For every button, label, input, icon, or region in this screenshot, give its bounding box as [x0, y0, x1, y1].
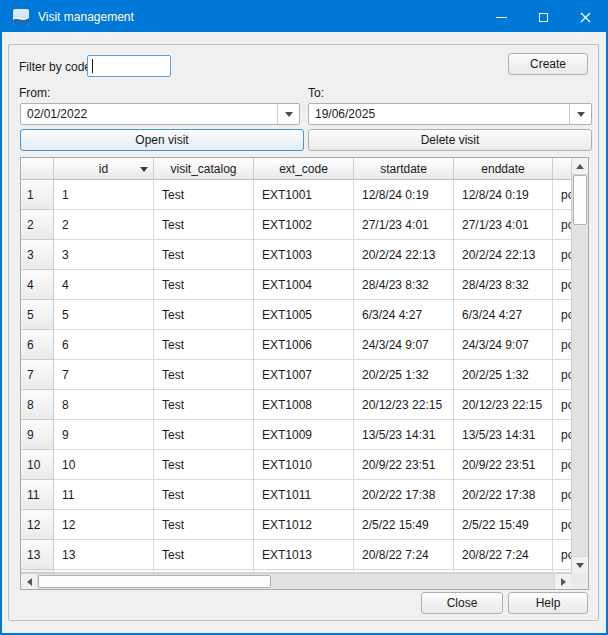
horizontal-scrollbar[interactable]: [21, 573, 571, 589]
table-cell[interactable]: pos: [553, 300, 571, 330]
table-cell[interactable]: 12: [54, 510, 154, 540]
table-cell[interactable]: 20/2/24 22:13: [354, 240, 454, 270]
table-cell[interactable]: EXT1006: [254, 330, 354, 360]
minimize-button[interactable]: [480, 2, 522, 32]
table-cell[interactable]: 13: [54, 540, 154, 570]
table-cell[interactable]: pos: [553, 390, 571, 420]
to-date-dropdown-button[interactable]: [569, 104, 591, 124]
table-cell[interactable]: 1: [54, 180, 154, 210]
table-row[interactable]: 99TestEXT100913/5/23 14:3113/5/23 14:31p…: [21, 420, 571, 450]
table-cell[interactable]: pos: [553, 510, 571, 540]
vertical-scrollbar-thumb[interactable]: [573, 175, 587, 225]
table-cell[interactable]: EXT1001: [254, 180, 354, 210]
delete-visit-button[interactable]: Delete visit: [308, 129, 592, 151]
scroll-down-button[interactable]: [572, 556, 588, 573]
table-cell[interactable]: 24/3/24 9:07: [454, 330, 553, 360]
table-cell[interactable]: 20/9/22 23:51: [454, 450, 553, 480]
table-cell[interactable]: 28/4/23 8:32: [454, 270, 553, 300]
table-cell[interactable]: 6/3/24 4:27: [454, 300, 553, 330]
table-row[interactable]: 22TestEXT100227/1/23 4:0127/1/23 4:01pos: [21, 210, 571, 240]
table-cell[interactable]: pos: [553, 180, 571, 210]
table-cell[interactable]: 20/2/25 1:32: [354, 360, 454, 390]
table-cell[interactable]: pos: [553, 240, 571, 270]
from-date-dropdown-button[interactable]: [277, 104, 299, 124]
table-row[interactable]: 1313TestEXT101320/8/22 7:2420/8/22 7:24p…: [21, 540, 571, 570]
table-cell[interactable]: 27/1/23 4:01: [454, 210, 553, 240]
table-cell[interactable]: 3: [54, 240, 154, 270]
table-cell[interactable]: pos: [553, 210, 571, 240]
table-cell[interactable]: 11: [54, 480, 154, 510]
table-cell[interactable]: 20/8/22 7:24: [354, 540, 454, 570]
row-header-cell[interactable]: 1: [21, 180, 54, 210]
to-date-combobox[interactable]: 19/06/2025: [308, 103, 592, 125]
table-cell[interactable]: Test: [154, 450, 254, 480]
table-cell[interactable]: EXT1013: [254, 540, 354, 570]
horizontal-scrollbar-thumb[interactable]: [38, 575, 271, 588]
table-row[interactable]: 1010TestEXT101020/9/22 23:5120/9/22 23:5…: [21, 450, 571, 480]
table-cell[interactable]: Test: [154, 420, 254, 450]
table-cell[interactable]: 6/3/24 4:27: [354, 300, 454, 330]
close-window-button[interactable]: [564, 2, 606, 32]
table-cell[interactable]: 2: [54, 210, 154, 240]
maximize-button[interactable]: [522, 2, 564, 32]
column-header-startdate[interactable]: startdate: [354, 158, 454, 180]
table-cell[interactable]: 20/2/24 22:13: [454, 240, 553, 270]
help-button[interactable]: Help: [508, 592, 588, 614]
table-row[interactable]: 11TestEXT100112/8/24 0:1912/8/24 0:19pos: [21, 180, 571, 210]
table-cell[interactable]: Test: [154, 540, 254, 570]
table-cell[interactable]: 8: [54, 390, 154, 420]
table-cell[interactable]: 9: [54, 420, 154, 450]
table-cell[interactable]: 2/5/22 15:49: [454, 510, 553, 540]
table-cell[interactable]: 20/12/23 22:15: [354, 390, 454, 420]
column-header-corner[interactable]: [21, 158, 54, 180]
table-cell[interactable]: 7: [54, 360, 154, 390]
table-cell[interactable]: EXT1011: [254, 480, 354, 510]
titlebar[interactable]: Visit management: [2, 2, 606, 32]
table-cell[interactable]: 28/4/23 8:32: [354, 270, 454, 300]
row-header-cell[interactable]: 8: [21, 390, 54, 420]
column-header-clipped[interactable]: [553, 158, 571, 180]
table-cell[interactable]: 24/3/24 9:07: [354, 330, 454, 360]
table-row[interactable]: 1212TestEXT10122/5/22 15:492/5/22 15:49p…: [21, 510, 571, 540]
table-cell[interactable]: EXT1004: [254, 270, 354, 300]
table-row[interactable]: 66TestEXT100624/3/24 9:0724/3/24 9:07pos: [21, 330, 571, 360]
table-cell[interactable]: EXT1009: [254, 420, 354, 450]
table-cell[interactable]: pos: [553, 540, 571, 570]
table-cell[interactable]: 20/2/25 1:32: [454, 360, 553, 390]
table-cell[interactable]: EXT1010: [254, 450, 354, 480]
row-header-cell[interactable]: 9: [21, 420, 54, 450]
table-cell[interactable]: Test: [154, 330, 254, 360]
table-cell[interactable]: EXT1002: [254, 210, 354, 240]
table-row[interactable]: 77TestEXT100720/2/25 1:3220/2/25 1:32pos: [21, 360, 571, 390]
table-cell[interactable]: Test: [154, 180, 254, 210]
table-cell[interactable]: EXT1003: [254, 240, 354, 270]
table-cell[interactable]: EXT1005: [254, 300, 354, 330]
column-header-enddate[interactable]: enddate: [454, 158, 553, 180]
table-cell[interactable]: Test: [154, 240, 254, 270]
vertical-scrollbar[interactable]: [571, 158, 588, 573]
table-row[interactable]: 55TestEXT10056/3/24 4:276/3/24 4:27pos: [21, 300, 571, 330]
table-cell[interactable]: pos: [553, 330, 571, 360]
table-cell[interactable]: 20/12/23 22:15: [454, 390, 553, 420]
table-cell[interactable]: 6: [54, 330, 154, 360]
table-cell[interactable]: Test: [154, 210, 254, 240]
row-header-cell[interactable]: 13: [21, 540, 54, 570]
scroll-left-button[interactable]: [21, 574, 38, 589]
table-cell[interactable]: EXT1012: [254, 510, 354, 540]
table-cell[interactable]: 20/2/22 17:38: [354, 480, 454, 510]
filter-by-code-input[interactable]: [87, 55, 171, 77]
column-header-ext_code[interactable]: ext_code: [254, 158, 354, 180]
table-cell[interactable]: 10: [54, 450, 154, 480]
row-header-cell[interactable]: 4: [21, 270, 54, 300]
create-button[interactable]: Create: [508, 53, 588, 75]
row-header-cell[interactable]: 5: [21, 300, 54, 330]
row-header-cell[interactable]: 3: [21, 240, 54, 270]
table-cell[interactable]: Test: [154, 480, 254, 510]
table-cell[interactable]: pos: [553, 360, 571, 390]
row-header-cell[interactable]: 12: [21, 510, 54, 540]
row-header-cell[interactable]: 6: [21, 330, 54, 360]
scroll-up-button[interactable]: [572, 158, 588, 175]
row-header-cell[interactable]: 2: [21, 210, 54, 240]
open-visit-button[interactable]: Open visit: [20, 129, 304, 151]
column-header-visit_catalog[interactable]: visit_catalog: [154, 158, 254, 180]
